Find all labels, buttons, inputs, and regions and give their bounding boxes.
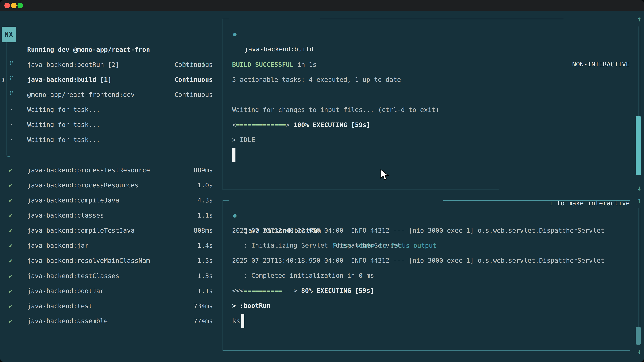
task-label: java-backend:bootJar — [27, 283, 104, 299]
scroll-down-button[interactable]: ↓ — [634, 344, 644, 359]
task-status-bullet-icon: ● — [233, 208, 236, 223]
sidebar-footer: ← 1/2 → quit: q help: ? — [0, 344, 213, 359]
task-label: java-backend:build [1] — [27, 72, 112, 87]
task-status: Continuous — [174, 72, 213, 87]
task-row[interactable]: ❯⠋java-backend:build [1]Continuous — [0, 72, 213, 87]
task-row[interactable]: ·Waiting for task... — [0, 102, 213, 117]
task-row[interactable]: ✔java-backend:classes1.1s — [0, 208, 213, 223]
task-duration: 1.1s — [198, 208, 213, 223]
task-row[interactable]: ⠋@mono-app/react-frontend:devContinuous — [0, 87, 213, 102]
task-label: java-backend:resolveMainClassNam — [27, 253, 150, 268]
task-label: java-backend:compileTestJava — [27, 223, 135, 238]
task-list-title: Running dev @mono-app/react-fron — [27, 42, 150, 57]
task-label: Waiting for task... — [27, 117, 100, 132]
task-row[interactable]: ✔java-backend:jar1.4s — [0, 238, 213, 253]
task-row[interactable]: ·Waiting for task... — [0, 117, 213, 132]
scroll-up-button[interactable]: ↑ — [634, 193, 644, 208]
output-line: 2025-07-23T13:40:18.950-04:00 INFO 44312… — [232, 223, 604, 238]
task-duration: 1.3s — [198, 268, 213, 283]
task-duration: 889ms — [194, 163, 213, 178]
spinner-icon: ⠋ — [9, 87, 14, 102]
check-icon: ✔ — [9, 299, 12, 314]
close-window-icon[interactable] — [4, 3, 10, 8]
pane-border-left — [222, 200, 230, 351]
check-icon: ✔ — [9, 313, 12, 329]
output-line: > IDLE — [232, 132, 255, 147]
task-label: Waiting for task... — [27, 102, 100, 117]
task-duration: 808ms — [194, 223, 213, 238]
task-duration: 1.4s — [198, 238, 213, 253]
scrollbar-track[interactable] — [638, 208, 640, 327]
task-label: java-backend:bootRun [2] — [27, 57, 119, 72]
task-row[interactable]: ✔java-backend:processTestResource889ms — [0, 163, 213, 178]
pane-header-divider — [443, 200, 630, 201]
zoom-window-icon[interactable] — [18, 3, 23, 8]
non-interactive-badge: NON-INTERACTIVE — [572, 57, 630, 72]
task-label: java-backend:jar — [27, 238, 88, 253]
pending-dot-icon: · — [10, 117, 14, 132]
task-row[interactable]: ·Waiting for task... — [0, 132, 213, 147]
task-duration: 734ms — [194, 299, 213, 314]
output-line: kk — [232, 313, 240, 328]
pane-header-divider — [320, 18, 564, 19]
pane-border-bottom — [222, 350, 630, 351]
pager: ← 1/2 → — [6, 359, 32, 362]
output-line: Waiting for changes to input files... (c… — [232, 102, 439, 117]
output-line: : Completed initialization in 0 ms — [232, 268, 374, 283]
output-line: > :bootRun — [232, 298, 270, 313]
task-label: java-backend:assemble — [27, 313, 108, 329]
task-duration: 1.1s — [198, 283, 213, 299]
output-line: 2025-07-23T13:40:18.950-04:00 INFO 44312… — [232, 253, 604, 268]
task-status: Continuous — [174, 87, 213, 102]
task-label: java-backend:test — [27, 299, 92, 314]
task-row[interactable]: ✔java-backend:testClasses1.3s — [0, 268, 213, 283]
check-icon: ✔ — [9, 163, 12, 178]
output-line: : Initializing Servlet 'dispatcherServle… — [232, 238, 405, 253]
check-icon: ✔ — [9, 268, 12, 283]
check-icon: ✔ — [9, 283, 12, 299]
task-row[interactable]: ⠋java-backend:bootRun [2]Continuous — [0, 57, 213, 72]
output-line: BUILD SUCCESSFUL in 1s — [232, 57, 316, 72]
pending-dot-icon: · — [10, 102, 14, 117]
task-status-bullet-icon: ● — [233, 26, 236, 41]
output-line: <=============> 100% EXECUTING [59s] — [232, 117, 370, 132]
task-label: java-backend:processTestResource — [27, 163, 150, 178]
minimize-window-icon[interactable] — [11, 3, 16, 8]
scrollbar-thumb[interactable] — [636, 327, 641, 345]
window-titlebar — [0, 0, 644, 11]
pane-border-left — [222, 18, 230, 190]
task-label: Waiting for task... — [27, 132, 100, 147]
task-label: java-backend:testClasses — [27, 268, 119, 283]
task-row[interactable]: ✔java-backend:bootJar1.1s — [0, 283, 213, 299]
pane-title: java-backend:build — [244, 41, 314, 57]
scroll-up-button[interactable]: ↑ — [634, 11, 644, 26]
task-row[interactable]: ✔java-backend:assemble774ms — [0, 313, 213, 329]
task-row[interactable]: ✔java-backend:compileTestJava808ms — [0, 223, 213, 238]
scrollbar-thumb[interactable] — [636, 116, 641, 175]
task-duration: 774ms — [194, 313, 213, 329]
terminal-window: NX Running dev @mono-app/react-fron Dura… — [0, 0, 644, 362]
task-label: @mono-app/react-frontend:dev — [27, 87, 135, 102]
task-row[interactable]: ✔java-backend:resolveMainClassNam1.5s — [0, 253, 213, 268]
task-label: java-backend:classes — [27, 208, 104, 223]
output-line: <<<==========---> 80% EXECUTING [59s] — [232, 283, 374, 298]
task-list-header: Running dev @mono-app/react-fron Duratio… — [0, 27, 213, 42]
terminal-cursor — [232, 148, 236, 162]
task-status: Continuous — [174, 57, 213, 72]
output-line: 5 actionable tasks: 4 executed, 1 up-to-… — [232, 72, 401, 87]
terminal-cursor — [241, 314, 244, 328]
pending-dot-icon: · — [10, 132, 14, 147]
task-duration: 1.5s — [198, 253, 213, 268]
task-row[interactable]: ✔java-backend:test734ms — [0, 299, 213, 314]
mouse-cursor-icon — [380, 169, 390, 180]
scrollbar-track[interactable] — [638, 26, 640, 116]
